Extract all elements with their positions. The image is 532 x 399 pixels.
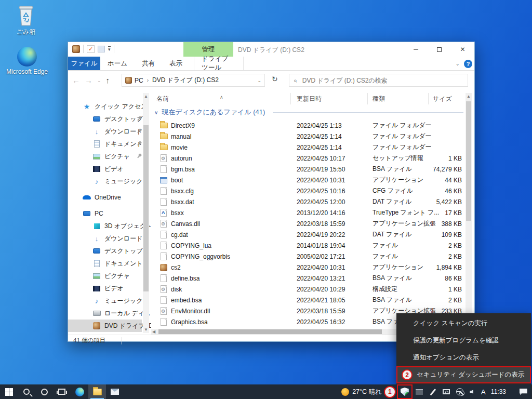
- sidebar-item-13[interactable]: ピクチャ: [68, 270, 151, 282]
- customize-qat-chevron-icon[interactable]: ▾: [108, 46, 111, 51]
- forward-icon[interactable]: →: [85, 76, 92, 85]
- network-no-internet-icon[interactable]: [453, 384, 467, 399]
- column-header-size[interactable]: サイズ: [433, 95, 452, 103]
- cortana-button[interactable]: [35, 384, 53, 399]
- file-row-bsxx.dat[interactable]: bsxx.dat2022/04/25 12:00DAT ファイル5,422 KB: [151, 196, 467, 207]
- file-row-bsxx[interactable]: Absxx2013/12/20 14:16TrueType フォント フ...1…: [151, 207, 467, 218]
- weather-sun-icon[interactable]: [341, 388, 349, 396]
- file-row-disk[interactable]: ⚙disk2022/04/20 10:29構成設定1 KB: [151, 284, 467, 295]
- taskbar-explorer-button[interactable]: [88, 384, 106, 399]
- maximize-button[interactable]: [428, 42, 451, 57]
- ribbon-tab-0[interactable]: ファイル: [68, 57, 100, 70]
- sidebar-item-8[interactable]: PC: [68, 207, 151, 220]
- sidebar-item-3[interactable]: ドキュメント: [68, 138, 151, 150]
- pen-tray-icon[interactable]: [426, 384, 440, 399]
- taskbar-edge-button[interactable]: [71, 384, 88, 399]
- file-row-autorun[interactable]: ⚙autorun2022/04/25 10:17セットアップ情報1 KB: [151, 153, 467, 164]
- task-view-button[interactable]: [53, 384, 71, 399]
- scroll-up-icon[interactable]: ▲: [466, 94, 472, 99]
- volume-icon[interactable]: [467, 384, 480, 399]
- search-box[interactable]: ⌕: [289, 74, 468, 87]
- taskbar-clock[interactable]: 11:33: [491, 388, 506, 395]
- file-row-boot[interactable]: boot2022/04/20 10:31アプリケーション44 KB: [151, 175, 467, 185]
- sidebar-item-14[interactable]: ビデオ: [68, 282, 151, 295]
- properties-icon[interactable]: ✓: [87, 45, 95, 53]
- back-icon[interactable]: ←: [72, 76, 80, 85]
- cs2-file-icon: [159, 263, 168, 272]
- file-row-DirectX9[interactable]: DirectX92022/04/25 1:13ファイル フォルダー: [151, 120, 467, 131]
- sidebar-item-15[interactable]: ♪ミュージック: [68, 295, 151, 307]
- sidebar-item-16[interactable]: ローカル ディスク (C: [68, 307, 151, 320]
- menu-item-1[interactable]: 保護の更新プログラムを確認: [396, 332, 531, 349]
- recent-locations-chevron-icon[interactable]: ⌄: [97, 78, 101, 83]
- menu-item-3[interactable]: 2セキュリティ ダッシュボードの表示: [396, 366, 531, 383]
- file-row-COPYING_oggvorbis[interactable]: COPYING_oggvorbis2005/02/02 17:21ファイル2 K…: [151, 251, 467, 262]
- ribbon-tab-2[interactable]: 共有: [135, 57, 162, 70]
- minimize-button[interactable]: ─: [404, 42, 428, 57]
- menu-item-2[interactable]: 通知オプションの表示: [396, 349, 531, 366]
- weather-text[interactable]: 27°C 晴れ: [352, 388, 382, 396]
- file-row-cg.dat[interactable]: cg.dat2022/04/19 20:22DAT ファイル109 KB: [151, 229, 467, 240]
- close-button[interactable]: ✕: [451, 42, 474, 57]
- file-row-Canvas.dll[interactable]: ⚙Canvas.dll2022/03/18 15:59アプリケーション拡張388…: [151, 218, 467, 229]
- scroll-down-icon[interactable]: ▼: [143, 327, 149, 332]
- file-row-bsxx.cfg[interactable]: bsxx.cfg2022/04/25 10:16CFG ファイル46 KB: [151, 185, 467, 196]
- search-input[interactable]: [301, 76, 463, 85]
- breadcrumb-current[interactable]: DVD ドライブ (D:) CS2: [152, 76, 219, 85]
- scroll-up-icon[interactable]: ▲: [143, 94, 149, 99]
- taskbar-search-button[interactable]: [18, 384, 35, 399]
- collapse-ribbon-chevron-icon[interactable]: ⌄: [456, 61, 460, 66]
- sidebar-scrollbar[interactable]: ▲ ▼: [143, 93, 149, 333]
- menu-item-0[interactable]: クイック スキャンの実行: [396, 315, 531, 332]
- up-icon[interactable]: ↑: [106, 76, 110, 85]
- cell-size: 109 KB: [428, 231, 462, 238]
- sidebar-item-9[interactable]: 3D オブジェクト: [68, 220, 151, 232]
- scroll-left-icon[interactable]: ◀: [152, 329, 155, 334]
- desktop-icon-edge[interactable]: Microsoft Edge: [5, 47, 49, 75]
- refresh-icon[interactable]: ↻: [272, 75, 278, 83]
- file-row-embed.bsa[interactable]: embed.bsa2022/04/21 18:05BSA ファイル2 KB: [151, 295, 467, 305]
- sidebar-item-0[interactable]: ★クイック アクセス: [68, 100, 151, 113]
- file-list-scrollbar[interactable]: ▲ ▼: [466, 93, 472, 329]
- desktop-icon-recycle-bin[interactable]: ごみ箱: [4, 4, 48, 36]
- column-header-date[interactable]: 更新日時: [297, 95, 322, 103]
- address-box[interactable]: PC › DVD ドライブ (D:) CS2 ⌄: [122, 74, 265, 87]
- sidebar-item-5[interactable]: ビデオ: [68, 163, 151, 175]
- file-row-bgm.bsa[interactable]: bgm.bsa2022/04/19 15:50BSA ファイル74,279 KB: [151, 164, 467, 175]
- start-button[interactable]: [0, 384, 18, 399]
- column-header-type[interactable]: 種類: [373, 95, 385, 103]
- file-row-COPYING_lua[interactable]: COPYING_lua2014/01/18 19:04ファイル2 KB: [151, 240, 467, 251]
- scrollbar-thumb[interactable]: [158, 329, 382, 334]
- address-dropdown-chevron-icon[interactable]: ⌄: [257, 78, 261, 83]
- action-center-button[interactable]: [514, 389, 532, 395]
- file-row-manual[interactable]: manual2022/04/25 1:14ファイル フォルダー: [151, 131, 467, 142]
- windows-security-shield-icon[interactable]: ✓: [401, 388, 409, 396]
- sidebar-item-10[interactable]: ↓ダウンロード: [68, 232, 151, 245]
- sidebar-item-6[interactable]: ♪ミュージック: [68, 175, 151, 188]
- scrollbar-thumb[interactable]: [143, 125, 149, 291]
- sidebar-item-12[interactable]: ドキュメント: [68, 257, 151, 270]
- group-header[interactable]: ∨ 現在ディスクにあるファイル (41): [154, 108, 463, 117]
- file-row-movie[interactable]: movie2022/04/25 1:14ファイル フォルダー: [151, 142, 467, 153]
- ime-mode-indicator[interactable]: A: [481, 388, 486, 396]
- new-folder-icon[interactable]: [98, 46, 105, 52]
- sidebar-item-7[interactable]: OneDrive: [68, 191, 151, 204]
- help-icon[interactable]: ?: [464, 60, 472, 68]
- file-row-define.bsa[interactable]: define.bsa2022/04/20 13:21BSA ファイル86 KB: [151, 273, 467, 284]
- file-row-cs2[interactable]: cs22022/04/20 10:31アプリケーション1,894 KB: [151, 262, 467, 273]
- ribbon-tab-4[interactable]: ドライブ ツール: [194, 57, 244, 70]
- taskbar-mail-button[interactable]: [106, 384, 124, 399]
- sidebar-item-4[interactable]: ピクチャ: [68, 150, 151, 163]
- sidebar-item-11[interactable]: デスクトップ: [68, 245, 151, 257]
- column-header-name[interactable]: 名前: [156, 95, 169, 103]
- display-tray-icon[interactable]: [440, 384, 453, 399]
- sidebar-item-2[interactable]: ↓ダウンロード: [68, 125, 151, 138]
- breadcrumb-root[interactable]: PC: [135, 77, 143, 84]
- ribbon-tab-3[interactable]: 表示: [162, 57, 190, 70]
- vm-tray-icon[interactable]: [413, 384, 426, 399]
- scrollbar-thumb[interactable]: [466, 101, 471, 221]
- ribbon-tab-1[interactable]: ホーム: [100, 57, 135, 70]
- sidebar-item-17[interactable]: DVD ドライブ (D:): [68, 320, 142, 332]
- sidebar-item-1[interactable]: デスクトップ: [68, 113, 151, 125]
- document-icon: [92, 259, 101, 268]
